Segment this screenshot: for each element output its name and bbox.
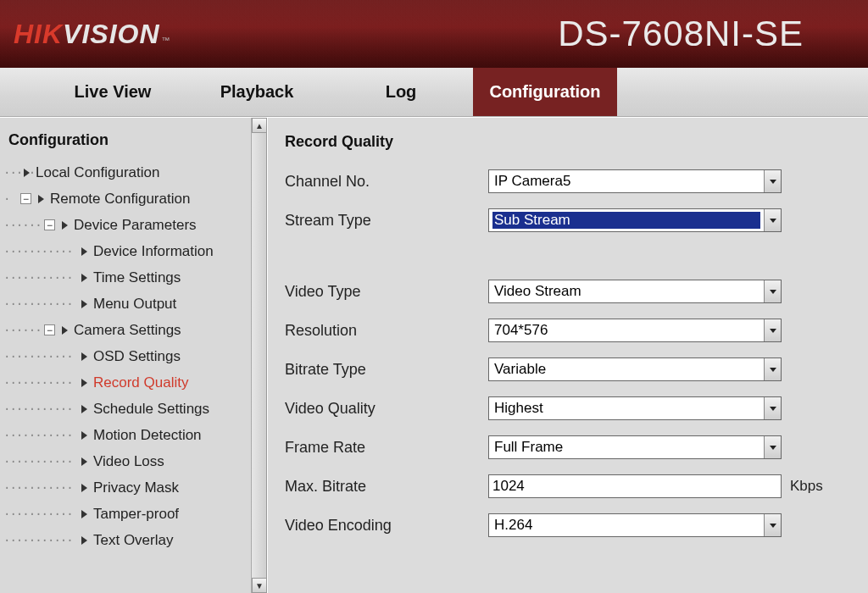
select-video-type[interactable]: Video Stream: [488, 280, 782, 303]
tab-configuration[interactable]: Configuration: [473, 68, 617, 116]
label-video-encoding: Video Encoding: [285, 517, 488, 535]
unit-kbps: Kbps: [790, 478, 823, 495]
collapse-icon[interactable]: −: [20, 193, 31, 204]
tree-video-loss[interactable]: ···········Video Loss: [3, 448, 263, 474]
tree-remote-configuration[interactable]: ·−Remote Configuration: [3, 186, 263, 212]
chevron-down-icon[interactable]: [764, 397, 781, 419]
label-max-bitrate: Max. Bitrate: [285, 478, 488, 496]
config-tree: ·····Local Configuration ·−Remote Config…: [3, 159, 263, 553]
chevron-down-icon[interactable]: [764, 358, 781, 380]
arrow-right-icon: [24, 169, 30, 177]
select-value: 704*576: [492, 322, 777, 339]
select-video-encoding[interactable]: H.264: [488, 513, 782, 537]
tree-label: Video Loss: [93, 453, 164, 470]
tree-label: Record Quality: [93, 374, 188, 391]
scroll-up-icon[interactable]: ▲: [252, 118, 267, 133]
select-value: IP Camera5: [492, 173, 777, 190]
select-frame-rate[interactable]: Full Frame: [488, 435, 782, 459]
arrow-right-icon: [38, 195, 44, 203]
arrow-right-icon: [81, 379, 87, 387]
select-value: Video Stream: [492, 283, 777, 300]
row-bitrate-type: Bitrate Type Variable: [285, 357, 853, 381]
label-video-type: Video Type: [285, 283, 488, 301]
arrow-right-icon: [81, 457, 87, 466]
tree-time-settings[interactable]: ···········Time Settings: [3, 264, 263, 291]
tree-label: Motion Detection: [93, 427, 202, 444]
select-value: Full Frame: [492, 439, 777, 456]
row-frame-rate: Frame Rate Full Frame: [285, 435, 853, 459]
input-max-bitrate[interactable]: 1024: [488, 474, 782, 498]
arrow-right-icon: [62, 221, 68, 230]
chevron-down-icon[interactable]: [764, 170, 781, 192]
logo-hik: HIK: [14, 19, 63, 50]
chevron-down-icon[interactable]: [764, 319, 781, 341]
arrow-right-icon: [81, 274, 87, 282]
arrow-right-icon: [81, 510, 87, 518]
row-max-bitrate: Max. Bitrate 1024 Kbps: [285, 474, 853, 498]
tree-label: Remote Configuration: [50, 191, 190, 208]
row-channel-no: Channel No. IP Camera5: [285, 169, 853, 193]
chevron-down-icon[interactable]: [764, 280, 781, 302]
tree-label: OSD Settings: [93, 348, 181, 365]
logo-tm: ™: [162, 36, 170, 45]
collapse-icon[interactable]: −: [44, 324, 55, 335]
main-tabs: Live View Playback Log Configuration: [0, 68, 868, 117]
label-frame-rate: Frame Rate: [285, 439, 488, 457]
arrow-right-icon: [81, 405, 87, 413]
select-channel-no[interactable]: IP Camera5: [488, 169, 782, 193]
arrow-right-icon: [81, 300, 87, 308]
tree-label: Privacy Mask: [93, 479, 179, 496]
sidebar: Configuration ·····Local Configuration ·…: [0, 118, 267, 593]
tree-label: Text Overlay: [93, 532, 173, 549]
tree-device-information[interactable]: ···········Device Information: [3, 238, 263, 264]
tab-live-view[interactable]: Live View: [41, 68, 185, 116]
select-value: Sub Stream: [492, 212, 760, 229]
tree-privacy-mask[interactable]: ···········Privacy Mask: [3, 474, 263, 501]
collapse-icon[interactable]: −: [44, 219, 55, 230]
chevron-down-icon[interactable]: [764, 514, 781, 536]
chevron-down-icon[interactable]: [764, 436, 781, 458]
tree-label: Device Information: [93, 243, 214, 260]
tree-menu-output[interactable]: ···········Menu Output: [3, 291, 263, 317]
tree-label: Time Settings: [93, 269, 181, 286]
row-video-type: Video Type Video Stream: [285, 280, 853, 303]
arrow-right-icon: [81, 352, 87, 361]
sidebar-scrollbar[interactable]: ▲ ▼: [251, 118, 266, 593]
arrow-right-icon: [62, 326, 68, 335]
device-model: DS-7608NI-SE: [558, 14, 804, 54]
tree-tamper-proof[interactable]: ···········Tamper-proof: [3, 501, 263, 527]
tab-log[interactable]: Log: [329, 68, 473, 116]
page-title: Record Quality: [285, 133, 853, 151]
tree-label: Local Configuration: [36, 164, 159, 181]
tree-device-parameters[interactable]: ······−Device Parameters: [3, 212, 263, 238]
label-resolution: Resolution: [285, 322, 488, 340]
tree-osd-settings[interactable]: ···········OSD Settings: [3, 343, 263, 369]
row-video-quality: Video Quality Highest: [285, 396, 853, 420]
arrow-right-icon: [81, 536, 87, 545]
select-bitrate-type[interactable]: Variable: [488, 357, 782, 381]
arrow-right-icon: [81, 431, 87, 440]
row-video-encoding: Video Encoding H.264: [285, 513, 853, 537]
tree-motion-detection[interactable]: ···········Motion Detection: [3, 422, 263, 448]
tree-local-configuration[interactable]: ·····Local Configuration: [3, 159, 263, 186]
tree-camera-settings[interactable]: ······−Camera Settings: [3, 317, 263, 343]
tree-label: Menu Output: [93, 296, 176, 313]
main-panel: Record Quality Channel No. IP Camera5 St…: [267, 118, 868, 593]
select-value: Highest: [492, 400, 777, 417]
label-channel-no: Channel No.: [285, 173, 488, 191]
select-resolution[interactable]: 704*576: [488, 319, 782, 342]
scroll-down-icon[interactable]: ▼: [252, 578, 267, 593]
input-value: 1024: [492, 478, 525, 495]
select-video-quality[interactable]: Highest: [488, 396, 782, 420]
select-value: H.264: [492, 517, 777, 534]
label-bitrate-type: Bitrate Type: [285, 361, 488, 379]
header-bar: HIKVISION™ DS-7608NI-SE: [0, 0, 868, 68]
tree-text-overlay[interactable]: ···········Text Overlay: [3, 527, 263, 553]
chevron-down-icon[interactable]: [764, 209, 781, 231]
logo-vision: VISION: [63, 19, 159, 50]
select-stream-type[interactable]: Sub Stream: [488, 208, 782, 232]
tree-schedule-settings[interactable]: ···········Schedule Settings: [3, 396, 263, 422]
tab-playback[interactable]: Playback: [185, 68, 329, 116]
tree-label: Tamper-proof: [93, 506, 179, 523]
tree-record-quality[interactable]: ···········Record Quality: [3, 369, 263, 396]
